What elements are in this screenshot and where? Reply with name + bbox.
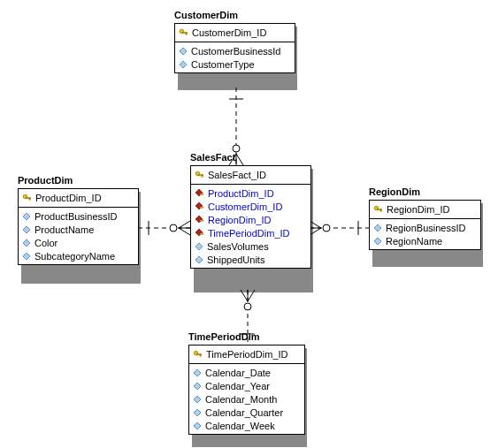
entity-product: ProductDim_ID ProductBusinessID ProductN… [18, 188, 139, 265]
time-attr-row: Calendar_Date [189, 366, 304, 379]
svg-marker-28 [180, 61, 187, 68]
diamond-icon [179, 60, 188, 69]
svg-marker-47 [195, 243, 203, 250]
attr-label: Color [34, 238, 57, 248]
attr-label: RegionBusinessID [386, 223, 466, 233]
attr-label: Calendar_Week [205, 421, 275, 431]
customer-attr-row: CustomerType [175, 57, 295, 71]
diamond-icon [195, 242, 203, 251]
customer-pk-label: CustomerDim_ID [192, 27, 266, 38]
attr-label: Calendar_Month [205, 394, 277, 405]
svg-marker-60 [194, 409, 201, 416]
diamond-icon [193, 421, 202, 430]
fk-label: TimePeriodDim_ID [208, 228, 290, 239]
svg-rect-56 [200, 354, 201, 356]
attr-label: ProductBusinessID [34, 211, 118, 222]
region-attr-row: RegionName [370, 234, 480, 247]
entity-time: TimePeriodDim_ID Calendar_Date Calendar_… [188, 345, 305, 435]
entity-sales: SalesFact_ID ProductDim_ID CustomerDim_I… [190, 165, 311, 269]
diamond-icon [373, 224, 382, 232]
svg-point-11 [170, 224, 177, 232]
time-attr-row: Calendar_Month [189, 392, 304, 406]
sales-pk-label: SalesFact_ID [208, 170, 266, 180]
diamond-icon [22, 252, 31, 261]
fk-icon [195, 201, 204, 211]
svg-marker-43 [195, 216, 203, 223]
svg-rect-42 [200, 207, 203, 208]
svg-marker-53 [374, 238, 381, 245]
svg-rect-51 [380, 209, 381, 211]
svg-marker-45 [195, 229, 203, 236]
customer-attr-row: CustomerBusinessId [175, 44, 295, 57]
diamond-icon [22, 239, 31, 247]
product-pk-label: ProductDim_ID [35, 193, 102, 203]
product-attr-row: ProductBusinessID [19, 209, 138, 223]
customer-title: CustomerDim [174, 10, 238, 20]
fk-icon [195, 188, 204, 198]
product-attr-row: ProductName [19, 223, 138, 236]
diamond-icon [195, 255, 203, 264]
fk-icon [195, 228, 204, 238]
diamond-icon [22, 212, 31, 221]
svg-line-8 [179, 221, 190, 228]
key-icon [179, 28, 188, 38]
svg-marker-32 [23, 213, 30, 220]
fk-label: CustomerDim_ID [208, 201, 282, 212]
svg-marker-34 [23, 239, 30, 247]
time-attr-row: Calendar_Quarter [189, 406, 304, 419]
time-pk-row: TimePeriodDim_ID [189, 345, 304, 364]
svg-line-9 [179, 228, 190, 235]
svg-marker-57 [194, 369, 201, 376]
fk-icon [195, 215, 204, 224]
svg-marker-33 [23, 226, 30, 233]
attr-label: Calendar_Date [205, 368, 271, 378]
entity-customer: CustomerDim_ID CustomerBusinessId Custom… [174, 23, 295, 73]
key-icon [373, 205, 383, 215]
attr-label: SalesVolumes [207, 241, 269, 252]
diamond-icon [373, 237, 382, 246]
product-pk-row: ProductDim_ID [19, 189, 138, 208]
svg-marker-27 [180, 48, 187, 55]
svg-rect-44 [200, 220, 203, 221]
rel-region-sales [310, 221, 369, 235]
svg-marker-39 [195, 189, 203, 196]
diamond-icon [22, 225, 31, 234]
svg-marker-52 [374, 224, 381, 232]
svg-marker-59 [194, 396, 201, 403]
time-title: TimePeriodDim [188, 331, 260, 342]
sales-fk-row: CustomerDim_ID [191, 200, 310, 213]
svg-point-17 [323, 224, 330, 232]
svg-line-3 [236, 154, 243, 165]
attr-label: CustomerBusinessId [191, 46, 281, 57]
attr-label: Calendar_Quarter [205, 407, 283, 418]
svg-marker-48 [195, 256, 203, 263]
time-pk-label: TimePeriodDim_ID [206, 349, 288, 360]
diamond-icon [193, 408, 202, 417]
sales-title: SalesFact [190, 152, 235, 163]
sales-pk-row: SalesFact_ID [191, 166, 310, 185]
svg-rect-40 [200, 194, 203, 194]
svg-rect-38 [202, 175, 203, 177]
attr-label: SubcategoryName [34, 251, 115, 262]
sales-fk-row: ProductDim_ID [191, 186, 310, 200]
customer-pk-row: CustomerDim_ID [175, 24, 295, 42]
region-attr-row: RegionBusinessID [370, 221, 480, 234]
product-title: ProductDim [18, 175, 73, 186]
sales-fk-row: RegionDim_ID [191, 213, 310, 226]
svg-rect-46 [200, 233, 203, 234]
attr-label: CustomerType [191, 59, 255, 70]
time-attr-row: Calendar_Year [189, 379, 304, 392]
attr-label: ShippedUnits [207, 254, 264, 265]
svg-marker-58 [194, 383, 201, 390]
key-icon [22, 194, 32, 203]
key-icon [195, 171, 204, 180]
attr-label: Calendar_Year [205, 381, 270, 391]
sales-attr-row: SalesVolumes [191, 239, 310, 253]
svg-marker-61 [194, 422, 201, 429]
product-attr-row: Color [19, 236, 138, 249]
product-attr-row: SubcategoryName [19, 249, 138, 262]
fk-label: RegionDim_ID [208, 215, 272, 225]
svg-rect-31 [29, 198, 30, 200]
diamond-icon [193, 382, 202, 391]
attr-label: RegionName [386, 236, 442, 247]
